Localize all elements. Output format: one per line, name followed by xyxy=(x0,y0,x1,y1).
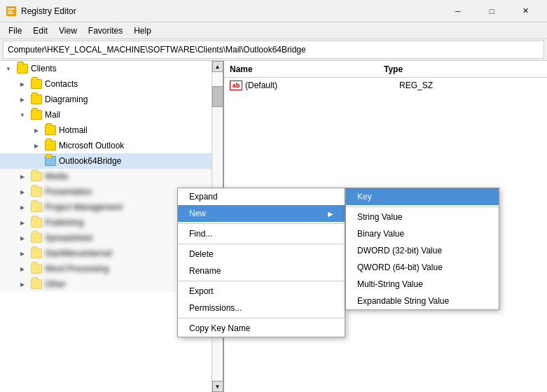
submenu-dword-label: DWORD (32-bit) Value xyxy=(357,246,442,255)
scroll-down-button[interactable]: ▼ xyxy=(212,381,223,392)
menu-item-edit[interactable]: Edit xyxy=(27,24,53,37)
folder-icon-blur7 xyxy=(31,264,42,274)
window-controls: ─ □ ✕ xyxy=(442,3,541,20)
folder-icon-blur4 xyxy=(31,218,42,227)
folder-icon-outlook64bridge xyxy=(45,156,56,166)
registry-row-default[interactable]: ab (Default) REG_SZ xyxy=(224,78,547,93)
ctx-rename-label: Rename xyxy=(189,266,221,276)
tree-arrow-blur3: ▶ xyxy=(17,202,28,213)
title-bar: Registry Editor ─ □ ✕ xyxy=(0,0,547,22)
tree-item-contacts[interactable]: ▶ Contacts xyxy=(0,76,212,92)
submenu-new: Key String Value Binary Value DWORD (32-… xyxy=(345,188,499,310)
tree-label-blur3: Project Management xyxy=(45,202,123,212)
submenu-expandable[interactable]: Expandable String Value xyxy=(346,293,499,309)
tree-label-mail: Mail xyxy=(45,110,60,120)
close-button[interactable]: ✕ xyxy=(509,3,541,20)
svg-rect-3 xyxy=(8,13,13,14)
ctx-sep3 xyxy=(178,281,345,281)
tree-arrow-blur5: ▶ xyxy=(17,232,28,244)
ctx-find-label: Find... xyxy=(189,229,212,239)
submenu-expandable-label: Expandable String Value xyxy=(357,296,449,306)
ctx-export[interactable]: Export xyxy=(178,283,345,300)
submenu-multistring-label: Multi-String Value xyxy=(357,279,423,289)
context-menu: Expand New ▶ Find... Delete Rename Expor… xyxy=(177,188,345,337)
menu-item-favorites[interactable]: Favorites xyxy=(83,24,128,37)
ctx-copykey[interactable]: Copy Key Name xyxy=(178,320,345,337)
ctx-new-label: New xyxy=(189,209,206,218)
address-bar: Computer\HKEY_LOCAL_MACHINE\SOFTWARE\Cli… xyxy=(3,41,544,59)
submenu-dword[interactable]: DWORD (32-bit) Value xyxy=(346,242,499,259)
ctx-expand-label: Expand xyxy=(189,192,218,202)
tree-arrow-blur6: ▶ xyxy=(17,248,28,259)
submenu-key[interactable]: Key xyxy=(346,188,499,205)
tree-label-blur6: StartMenuInternet xyxy=(45,248,112,258)
tree-arrow-blur8: ▶ xyxy=(17,279,28,290)
app-icon xyxy=(6,6,17,17)
ctx-sep2 xyxy=(178,244,345,244)
tree-label-blur4: Publishing xyxy=(45,218,83,227)
menu-item-view[interactable]: View xyxy=(53,24,83,37)
tree-label-blur7: Word Processing xyxy=(45,264,109,274)
reg-type-default: REG_SZ xyxy=(399,80,541,90)
address-path: Computer\HKEY_LOCAL_MACHINE\SOFTWARE\Cli… xyxy=(8,45,306,55)
folder-icon-hotmail xyxy=(45,125,56,135)
tree-arrow-outlook64bridge xyxy=(31,155,42,167)
ctx-new-arrow: ▶ xyxy=(328,210,333,218)
ctx-copykey-label: Copy Key Name xyxy=(189,323,250,333)
folder-icon-diagraming xyxy=(31,94,42,104)
ctx-delete[interactable]: Delete xyxy=(178,246,345,262)
tree-label-blur5: Spreadsheet xyxy=(45,233,92,243)
submenu-binary-label: Binary Value xyxy=(357,229,404,239)
tree-arrow-contacts: ▶ xyxy=(17,78,28,90)
tree-item-mail[interactable]: ▼ Mail xyxy=(0,107,212,122)
folder-icon-msoutlook xyxy=(45,141,56,150)
ctx-expand[interactable]: Expand xyxy=(178,188,345,205)
menu-item-help[interactable]: Help xyxy=(128,24,157,37)
ctx-permissions[interactable]: Permissions... xyxy=(178,300,345,316)
scroll-grip[interactable] xyxy=(212,86,223,107)
tree-arrow-mail: ▼ xyxy=(17,109,28,120)
tree-arrow-clients: ▼ xyxy=(3,63,14,74)
tree-arrow-blur4: ▶ xyxy=(17,217,28,228)
tree-label-contacts: Contacts xyxy=(45,79,78,89)
svg-rect-1 xyxy=(8,8,15,10)
submenu-qword[interactable]: QWORD (64-bit) Value xyxy=(346,259,499,276)
folder-icon-clients xyxy=(17,64,28,74)
submenu-string[interactable]: String Value xyxy=(346,209,499,225)
title-bar-text: Registry Editor xyxy=(21,6,76,16)
tree-item-outlook64bridge[interactable]: Outlook64Bridge xyxy=(0,153,212,169)
folder-icon-blur3 xyxy=(31,202,42,212)
minimize-button[interactable]: ─ xyxy=(442,3,474,20)
ctx-sep4 xyxy=(178,318,345,318)
submenu-multistring[interactable]: Multi-String Value xyxy=(346,276,499,293)
tree-arrow-hotmail: ▶ xyxy=(31,125,42,136)
tree-item-hotmail[interactable]: ▶ Hotmail xyxy=(0,122,212,138)
ctx-find[interactable]: Find... xyxy=(178,225,345,242)
tree-label-outlook64bridge: Outlook64Bridge xyxy=(59,156,121,166)
maximize-button[interactable]: □ xyxy=(476,3,508,20)
svg-rect-2 xyxy=(8,10,13,12)
menu-item-file[interactable]: File xyxy=(3,24,27,37)
folder-icon-blur2 xyxy=(31,187,42,197)
col-header-type: Type xyxy=(384,64,541,74)
tree-label-blur1: Media xyxy=(45,172,68,181)
tree-label-clients: Clients xyxy=(31,64,57,74)
col-header-name: Name xyxy=(230,64,384,74)
ctx-sep1 xyxy=(178,223,345,224)
scroll-up-button[interactable]: ▲ xyxy=(212,61,223,72)
ctx-new[interactable]: New ▶ xyxy=(178,205,345,222)
folder-icon-contacts xyxy=(31,79,42,89)
ctx-rename[interactable]: Rename xyxy=(178,262,345,279)
tree-arrow-blur1: ▶ xyxy=(17,171,28,182)
tree-label-diagraming: Diagraming xyxy=(45,94,88,104)
tree-item-msoutlook[interactable]: ▶ Microsoft Outlook xyxy=(0,138,212,153)
submenu-binary[interactable]: Binary Value xyxy=(346,225,499,242)
tree-arrow-blur2: ▶ xyxy=(17,186,28,197)
tree-item-diagraming[interactable]: ▶ Diagraming xyxy=(0,92,212,107)
tree-item-clients[interactable]: ▼ Clients xyxy=(0,61,212,76)
tree-arrow-blur7: ▶ xyxy=(17,263,28,274)
folder-icon-blur8 xyxy=(31,279,42,289)
ctx-delete-label: Delete xyxy=(189,249,214,259)
tree-item-blur1[interactable]: ▶ Media xyxy=(0,169,212,184)
folder-icon-blur6 xyxy=(31,248,42,258)
